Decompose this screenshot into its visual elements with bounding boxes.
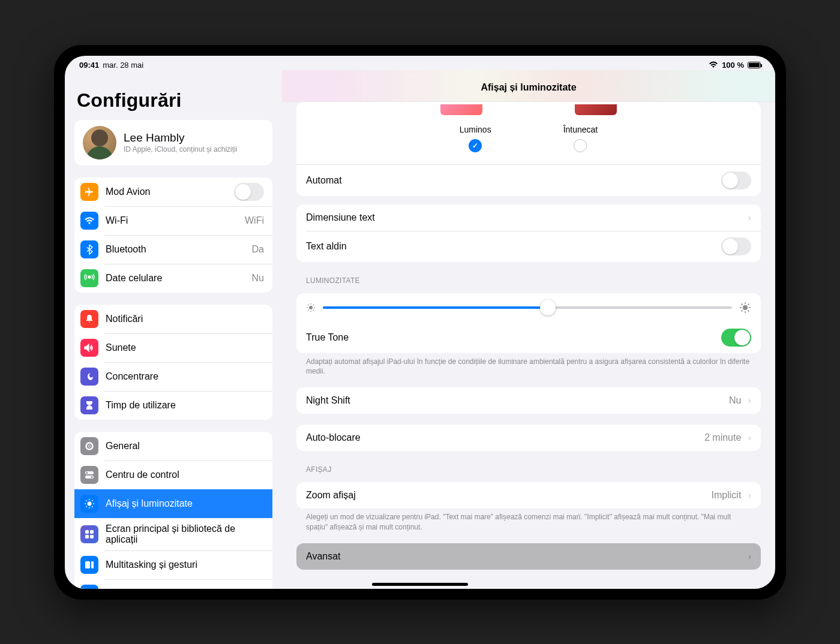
accessibility-icon [80,585,98,589]
home-indicator[interactable] [372,583,468,586]
cellular-value: Nu [252,273,264,284]
wifi-icon [709,61,718,68]
night-shift-row[interactable]: Night Shift Nu › [296,387,761,414]
display-section-header: AFIȘAJ [306,465,761,474]
multitasking-row[interactable]: Multitasking și gesturi [74,550,272,579]
profile-name: Lee Hambly [124,131,237,145]
appearance-dark-option[interactable]: Întunecat [563,125,598,155]
sun-large-icon [739,302,751,314]
screentime-row[interactable]: Timp de utilizare [74,391,272,420]
moon-icon [80,368,98,386]
brightness-header: LUMINOZITATE [306,276,761,285]
svg-line-13 [92,506,92,507]
display-zoom-label: Zoom afișaj [306,490,704,501]
airplane-mode-toggle[interactable] [234,183,264,201]
auto-lock-row[interactable]: Auto-blocare 2 minute › [296,425,761,451]
svg-line-41 [748,303,749,305]
sounds-label: Sunete [106,342,264,353]
brightness-icon [80,495,98,513]
brightness-slider-row[interactable] [296,293,761,322]
battery-pct: 100 % [722,61,744,70]
brightness-slider[interactable] [323,306,732,309]
radio-checked-icon: ✓ [469,139,482,152]
text-size-row[interactable]: Dimensiune text › [296,204,761,231]
svg-rect-21 [91,561,94,568]
svg-point-0 [88,276,91,278]
chevron-right-icon: › [748,433,751,443]
control-center-row[interactable]: Centru de control [74,461,272,489]
display-zoom-value: Implicit [712,490,742,501]
grid-icon [80,525,98,543]
wifi-row[interactable]: Wi-Fi WiFi [74,206,272,235]
bold-text-label: Text aldin [306,241,714,252]
accessibility-row[interactable]: Accesibilitate [74,579,272,589]
true-tone-row[interactable]: True Tone [296,322,761,353]
light-preview-icon [440,104,482,115]
svg-rect-17 [90,530,94,534]
appearance-auto-label: Automat [306,175,714,186]
svg-line-30 [313,309,314,310]
cellular-row[interactable]: Date celulare Nu [74,264,272,293]
chevron-right-icon: › [748,490,751,500]
chevron-right-icon: › [748,552,751,561]
svg-rect-16 [85,530,89,534]
bluetooth-label: Bluetooth [106,244,245,255]
profile-subtitle: ID Apple, iCloud, conținut și achiziții [124,145,237,154]
appearance-auto-toggle[interactable] [721,171,751,189]
display-zoom-row[interactable]: Zoom afișaj Implicit › [296,482,761,508]
sun-small-icon [306,303,316,312]
true-tone-label: True Tone [306,332,714,343]
wifi-value: WiFi [245,215,264,226]
accessibility-label: Accesibilitate [106,588,264,589]
focus-label: Concentrare [106,371,264,382]
appearance-auto-row[interactable]: Automat [296,165,761,196]
battery-icon [748,62,761,68]
settings-sidebar[interactable]: Configurări Lee Hambly ID Apple, iCloud,… [65,70,282,589]
detail-title: Afișaj și luminozitate [282,70,775,102]
gear-icon [80,437,98,455]
airplane-mode-row[interactable]: Mod Avion [74,177,272,206]
bold-text-row[interactable]: Text aldin [296,231,761,262]
avatar [83,126,116,160]
svg-line-31 [308,309,308,310]
general-row[interactable]: General [74,432,272,461]
chevron-right-icon: › [748,213,751,222]
focus-row[interactable]: Concentrare [74,362,272,391]
screentime-label: Timp de utilizare [106,400,264,411]
sounds-row[interactable]: Sunete [74,333,272,362]
svg-point-6 [91,476,93,478]
svg-point-33 [743,305,748,310]
hourglass-icon [80,396,98,414]
home-screen-row[interactable]: Ecran principal și bibliotecă de aplicaț… [74,518,272,550]
display-brightness-label: Afișaj și luminozitate [106,498,264,509]
advanced-label: Avansat [306,551,741,562]
svg-line-32 [313,305,314,305]
appearance-light-option[interactable]: Luminos ✓ [460,125,491,155]
dark-preview-icon [575,104,617,115]
display-zoom-note: Alegeți un mod de vizualizare pentru iPa… [306,512,751,532]
svg-rect-19 [90,535,94,538]
multitask-icon [80,556,98,574]
svg-line-38 [742,303,743,305]
display-brightness-row[interactable]: Afișaj și luminozitate [74,489,272,518]
text-size-label: Dimensiune text [306,212,741,223]
detail-pane[interactable]: Afișaj și luminozitate Luminos ✓ Întunec… [282,70,775,589]
auto-lock-value: 2 minute [704,432,741,443]
wifi-label: Wi-Fi [106,215,238,226]
airplane-icon [80,183,98,201]
profile-card[interactable]: Lee Hambly ID Apple, iCloud, conținut și… [74,120,272,165]
notifications-row[interactable]: Notificări [74,305,272,333]
night-shift-value: Nu [729,395,741,406]
cellular-icon [80,269,98,287]
svg-line-14 [86,506,86,507]
svg-line-15 [92,500,92,501]
settings-title: Configurări [77,89,272,112]
bluetooth-row[interactable]: Bluetooth Da [74,235,272,264]
appearance-group: Luminos ✓ Întunecat Automat [296,102,761,196]
advanced-row[interactable]: Avansat › [296,543,761,570]
appearance-dark-label: Întunecat [563,125,598,134]
bold-text-toggle[interactable] [721,237,751,255]
true-tone-toggle[interactable] [721,329,751,347]
svg-point-2 [88,445,91,447]
wifi-settings-icon [80,212,98,230]
